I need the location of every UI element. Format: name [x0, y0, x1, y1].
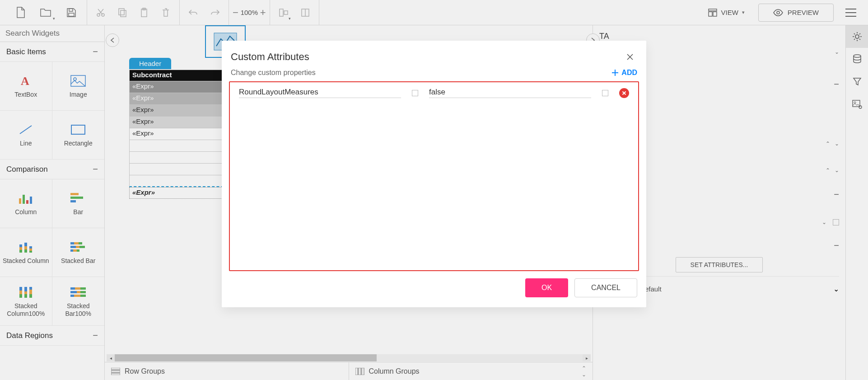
- attribute-value-input[interactable]: [429, 88, 591, 97]
- attribute-list: [229, 81, 639, 271]
- cancel-button[interactable]: CANCEL: [574, 278, 637, 297]
- attribute-row: [239, 88, 629, 98]
- modal-subtitle: Change custom properties: [231, 69, 316, 77]
- add-label: ADD: [621, 69, 637, 77]
- plus-icon: [611, 69, 619, 76]
- modal-title: Custom Attributes: [231, 51, 309, 63]
- attribute-name-expr-toggle[interactable]: [412, 90, 418, 96]
- delete-attribute-button[interactable]: [619, 88, 629, 98]
- close-icon: [626, 53, 634, 61]
- modal-close-button[interactable]: [623, 50, 637, 64]
- attribute-value-expr-toggle[interactable]: [602, 90, 608, 96]
- add-attribute-button[interactable]: ADD: [611, 69, 637, 77]
- custom-attributes-modal: Custom Attributes Change custom properti…: [222, 41, 646, 307]
- ok-button[interactable]: OK: [525, 278, 568, 297]
- attribute-name-input[interactable]: [239, 88, 401, 97]
